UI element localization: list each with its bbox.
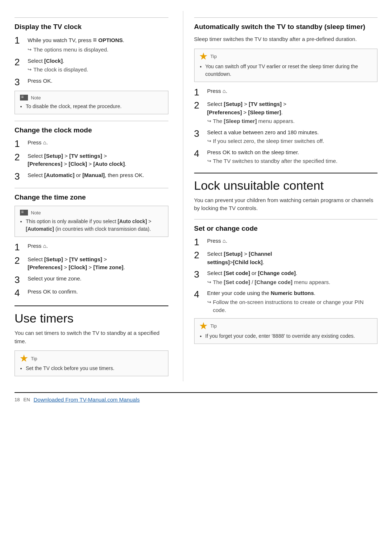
- step2-clock-mode: Select [Setup] > [TV settings] >[Prefere…: [28, 153, 126, 167]
- note-icon: [20, 95, 28, 100]
- step-1-display-clock: 1 While you watch TV, press ≡ OPTIONS. ↪…: [15, 35, 168, 54]
- use-timers-divider: [15, 305, 168, 306]
- tip-star-icon3: [200, 322, 208, 330]
- lock-content-title: Lock unsuitable content: [194, 178, 377, 193]
- timezone-divider: [15, 188, 168, 188]
- use-timers-tip: Tip Set the TV clock before you use time…: [15, 350, 168, 376]
- step4-set-code: Enter your code using the Numeric button…: [207, 290, 315, 296]
- step-3-clock-mode: 3 Select [Automatic] or [Manual], then p…: [15, 171, 168, 182]
- set-code-tip: Tip If you forget your code, enter '8888…: [194, 318, 377, 344]
- step3-timezone: Select your time zone.: [28, 275, 81, 282]
- step-2-clock-mode: 2 Select [Setup] > [TV settings] >[Prefe…: [15, 152, 168, 168]
- clock-mode-title: Change the clock mode: [15, 126, 168, 134]
- step3-auto-standby-arrow: If you select zero, the sleep timer swit…: [213, 137, 324, 145]
- step1-arrow: The options menu is displayed.: [33, 46, 109, 54]
- set-code-title: Set or change code: [194, 225, 377, 233]
- step-4-timezone: 4 Press OK to confirm.: [15, 288, 168, 298]
- step4-auto-standby: Press OK to switch on the sleep timer.: [207, 149, 299, 155]
- step2-auto-standby: Select [Setup] > [TV settings] >[Prefere…: [207, 101, 286, 115]
- step1-clock-mode: Press ⌂.: [28, 139, 48, 145]
- step-3-timezone: 3 Select your time zone.: [15, 275, 168, 285]
- step3-text: Press OK.: [28, 78, 52, 84]
- auto-standby-tip-bullet: You can switch off your TV earlier or re…: [205, 63, 372, 78]
- lang-label: EN: [23, 397, 30, 402]
- step4-timezone: Press OK to confirm.: [28, 288, 78, 295]
- lock-content-divider: [194, 173, 377, 173]
- step-3-auto-standby: 3 Select a value between zero and 180 mi…: [194, 128, 377, 145]
- display-clock-note: Note To disable the clock, repeat the pr…: [15, 91, 168, 114]
- timezone-note-bullet: This option is only available if you sel…: [26, 218, 163, 233]
- lock-content-intro: You can prevent your children from watch…: [194, 196, 377, 213]
- display-clock-title: Display the TV clock: [15, 23, 168, 31]
- step1-auto-standby: Press ⌂.: [207, 88, 228, 94]
- step-2-timezone: 2 Select [Setup] > [TV settings] >[Prefe…: [15, 255, 168, 272]
- step-2-display-clock: 2 Select [Clock]. ↪ The clock is display…: [15, 57, 168, 74]
- tip-star-icon2: [200, 53, 208, 61]
- note-icon-tz: [20, 210, 28, 216]
- display-clock-divider: [15, 17, 168, 18]
- use-timers-title: Use timers: [15, 311, 168, 325]
- footer: 18 EN Downloaded From TV-Manual.com Manu…: [15, 392, 377, 403]
- step3-clock-mode: Select [Automatic] or [Manual], then pre…: [28, 172, 144, 178]
- auto-standby-intro: Sleep timer switches the TV to standby a…: [194, 35, 377, 44]
- step2-text: Select [Clock].: [28, 58, 64, 64]
- auto-standby-divider: [194, 17, 377, 18]
- page-number: 18: [15, 397, 20, 402]
- step2-timezone: Select [Setup] > [TV settings] >[Prefere…: [28, 256, 125, 271]
- auto-standby-title: Automatically switch the TV to standby (…: [194, 23, 377, 31]
- step-3-display-clock: 3 Press OK.: [15, 77, 168, 87]
- step-1-auto-standby: 1 Press ⌂.: [194, 87, 377, 98]
- auto-standby-tip: Tip You can switch off your TV earlier o…: [194, 49, 377, 82]
- step1-timezone: Press ⌂.: [28, 243, 48, 249]
- step4-set-code-arrow: Follow the on-screen instructions to cre…: [213, 298, 377, 315]
- step3-set-code: Select [Set code] or [Change code].: [207, 270, 297, 276]
- step2-arrow: The clock is displayed.: [33, 66, 88, 74]
- step-1-clock-mode: 1 Press ⌂.: [15, 139, 168, 149]
- step-1-timezone: 1 Press ⌂.: [15, 242, 168, 253]
- timezone-note: Note This option is only available if yo…: [15, 206, 168, 237]
- use-timers-intro: You can set timers to switch the TV to s…: [15, 329, 168, 345]
- step-1-set-code: 1 Press ⌂.: [194, 237, 377, 247]
- step1-set-code: Press ⌂.: [207, 238, 228, 244]
- step-4-set-code: 4 Enter your code using the Numeric butt…: [194, 289, 377, 315]
- step-4-auto-standby: 4 Press OK to switch on the sleep timer.…: [194, 148, 377, 165]
- tip-star-icon: [20, 354, 28, 362]
- step3-auto-standby: Select a value between zero and 180 minu…: [207, 129, 319, 135]
- set-code-divider: [194, 219, 377, 219]
- footer-link[interactable]: Downloaded From TV-Manual.com Manuals: [34, 397, 140, 403]
- step3-set-code-arrow: The [Set code] / [Change code] menu appe…: [213, 278, 330, 287]
- step2-set-code: Select [Setup] > [Channelsettings]>[Chil…: [207, 251, 272, 265]
- step-2-auto-standby: 2 Select [Setup] > [TV settings] >[Prefe…: [194, 100, 377, 126]
- step2-auto-standby-arrow: The [Sleep timer] menu appears.: [213, 117, 295, 126]
- step-3-set-code: 3 Select [Set code] or [Change code]. ↪ …: [194, 269, 377, 286]
- display-clock-note-bullet: To disable the clock, repeat the procedu…: [26, 103, 163, 110]
- step4-auto-standby-arrow: The TV switches to standby after the spe…: [213, 157, 338, 165]
- timezone-title: Change the time zone: [15, 193, 168, 201]
- clock-mode-divider: [15, 121, 168, 121]
- set-code-tip-bullet: If you forget your code, enter '8888' to…: [205, 332, 372, 340]
- step-2-set-code: 2 Select [Setup] > [Channelsettings]>[Ch…: [194, 250, 377, 266]
- step1-text: While you watch TV, press ≡ OPTIONS.: [28, 37, 124, 43]
- use-timers-tip-bullet: Set the TV clock before you use timers.: [26, 365, 163, 372]
